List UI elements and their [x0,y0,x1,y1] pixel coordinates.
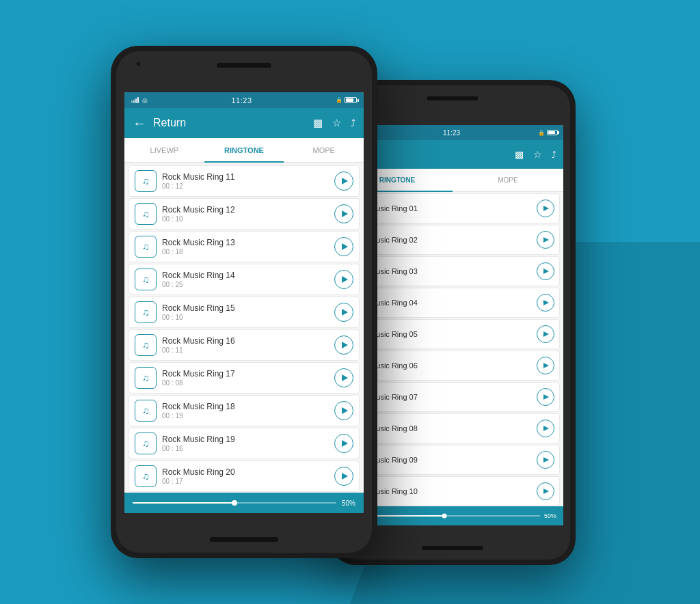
play-button-back[interactable] [537,357,554,374]
play-button[interactable] [334,335,353,355]
item-name-back: Rock Music Ring 10 [351,487,532,495]
list-item-front-1[interactable]: ♫ Rock Music Ring 12 00 : 10 [129,198,360,230]
camera-front [135,61,142,67]
tab-mope-back[interactable]: MOPE [453,169,563,191]
item-duration: 00 : 17 [162,478,329,485]
music-icon-box: ♫ [135,269,157,290]
list-item-front-8[interactable]: ♫ Rock Music Ring 19 00 : 16 [129,428,360,459]
item-info-back: Rock Music Ring 07 [351,393,532,401]
play-button[interactable] [334,368,353,387]
screen-front: ◎ 11:23 🔒 ← R [124,92,364,513]
play-button[interactable] [334,303,353,322]
item-duration: 00 : 18 [162,248,329,256]
item-name-back: Rock Music Ring 08 [351,424,532,433]
item-name-back: Rock Music Ring 03 [351,267,532,275]
list-item-front-9[interactable]: ♫ Rock Music Ring 20 00 : 17 [129,461,360,492]
item-name: Rock Music Ring 12 [162,205,329,215]
item-name: Rock Music Ring 18 [162,402,329,411]
item-info-back: Rock Music Ring 05 [351,330,532,338]
item-duration: 00 : 11 [162,346,329,354]
item-info-back: Rock Music Ring 01 [351,204,532,212]
music-icon-box: ♫ [135,203,157,225]
item-info: Rock Music Ring 16 00 : 11 [162,336,329,354]
list-item-back-9[interactable]: Rock Music Ring 10 [345,476,560,506]
play-button[interactable] [334,171,353,191]
chart-icon-back[interactable]: ▩ [515,149,524,160]
play-button-back[interactable] [537,482,554,500]
play-button-back[interactable] [537,325,554,343]
list-item-back-1[interactable]: Rock Music Ring 02 [345,225,560,255]
play-button-back[interactable] [537,388,554,406]
star-icon-back[interactable]: ☆ [533,149,542,160]
music-note-icon: ♫ [142,405,150,416]
play-button[interactable] [334,434,353,453]
toolbar-title: Return [153,117,306,129]
play-button-back[interactable] [537,231,554,249]
list-item-back-8[interactable]: Rock Music Ring 09 [345,445,560,475]
play-button-back[interactable] [537,200,554,217]
item-info: Rock Music Ring 13 00 : 18 [162,238,329,256]
list-item-back-3[interactable]: Rock Music Ring 04 [345,288,560,318]
play-button[interactable] [334,237,353,256]
item-name-back: Rock Music Ring 06 [351,361,532,370]
play-button-back[interactable] [537,420,554,437]
item-duration: 00 : 08 [162,379,329,387]
list-front: ♫ Rock Music Ring 11 00 : 12 ♫ Rock Musi… [124,163,364,493]
list-item-front-5[interactable]: ♫ Rock Music Ring 16 00 : 11 [129,329,360,361]
play-button-back[interactable] [537,294,554,312]
item-info: Rock Music Ring 14 00 : 25 [162,271,329,288]
item-duration: 00 : 25 [162,281,329,288]
status-bar-front: ◎ 11:23 🔒 [124,92,364,108]
star-icon-front[interactable]: ☆ [332,117,341,129]
item-name-back: Rock Music Ring 01 [351,204,532,212]
back-arrow-button[interactable]: ← [133,115,146,131]
list-item-back-4[interactable]: Rock Music Ring 05 [345,319,560,349]
item-name: Rock Music Ring 15 [162,303,329,313]
item-name: Rock Music Ring 17 [162,369,329,379]
volume-percent-front: 50% [342,499,355,507]
tab-mope-front[interactable]: MOPE [284,138,364,162]
chart-icon-front[interactable]: ▩ [313,117,323,129]
list-item-back-2[interactable]: Rock Music Ring 03 [345,256,560,286]
list-item-back-0[interactable]: Rock Music Ring 01 [345,193,560,223]
list-item-back-6[interactable]: Rock Music Ring 07 [345,382,560,412]
item-info: Rock Music Ring 19 00 : 16 [162,435,329,452]
list-item-front-4[interactable]: ♫ Rock Music Ring 15 00 : 10 [129,297,360,328]
play-button-back[interactable] [537,262,554,280]
speaker-bottom-front [210,537,278,542]
item-info-back: Rock Music Ring 06 [351,361,532,370]
item-name: Rock Music Ring 11 [162,172,329,182]
item-name: Rock Music Ring 19 [162,435,329,444]
music-note-icon: ♫ [142,307,150,318]
music-note-icon: ♫ [142,438,150,449]
speaker-top-back [427,96,479,100]
list-item-front-3[interactable]: ♫ Rock Music Ring 14 00 : 25 [129,264,360,295]
list-item-back-5[interactable]: Rock Music Ring 06 [345,351,560,381]
music-icon-box: ♫ [135,236,157,258]
list-item-front-6[interactable]: ♫ Rock Music Ring 17 00 : 08 [129,362,360,394]
item-name: Rock Music Ring 20 [162,467,329,477]
item-name: Rock Music Ring 14 [162,271,329,280]
play-button-back[interactable] [537,451,554,469]
item-info: Rock Music Ring 11 00 : 12 [162,172,329,190]
phone-front: ◎ 11:23 🔒 ← R [111,46,377,558]
list-item-front-0[interactable]: ♫ Rock Music Ring 11 00 : 12 [129,165,360,197]
share-icon-front[interactable]: ⤴ [351,118,355,128]
play-button[interactable] [334,467,353,486]
share-icon-back[interactable]: ⤴ [552,150,556,160]
list-item-front-2[interactable]: ♫ Rock Music Ring 13 00 : 18 [129,231,360,262]
music-note-icon: ♫ [142,208,150,219]
list-item-back-7[interactable]: Rock Music Ring 08 [345,413,560,443]
play-button[interactable] [334,204,353,223]
volume-bar-front: 50% [124,493,364,513]
item-info-back: Rock Music Ring 10 [351,487,532,495]
play-button[interactable] [334,270,353,289]
item-info: Rock Music Ring 18 00 : 19 [162,402,329,420]
tab-livewp[interactable]: LIVEWP [124,138,204,162]
music-note-icon: ♫ [142,471,150,482]
list-item-front-7[interactable]: ♫ Rock Music Ring 18 00 : 19 [129,395,360,426]
item-info: Rock Music Ring 20 00 : 17 [162,467,329,485]
item-duration: 00 : 12 [162,182,329,190]
tab-ringtone-front[interactable]: RINGTONE [204,139,284,163]
play-button[interactable] [334,401,353,420]
